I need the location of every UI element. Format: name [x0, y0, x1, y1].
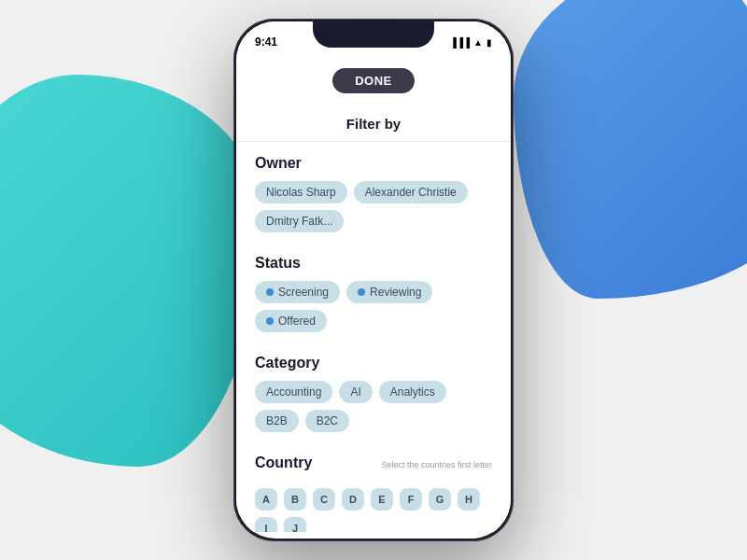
owner-label: Owner: [255, 155, 492, 172]
teal-blob: [0, 75, 261, 467]
category-tag-b2b[interactable]: B2B: [255, 410, 299, 432]
country-letters: A B C D E F G H I J: [255, 488, 492, 532]
status-tags: Screening Reviewing Offered: [255, 281, 492, 332]
dot-reviewing: [358, 288, 365, 296]
blue-blob: [514, 0, 747, 299]
letter-b[interactable]: B: [284, 488, 306, 511]
phone-frame: 9:41 ▐▐▐ ▲ ▮ DONE Filter by Owner Nicola…: [233, 19, 514, 541]
notch: [313, 21, 434, 48]
status-label: Status: [255, 255, 492, 272]
status-tag-reviewing[interactable]: Reviewing: [346, 281, 432, 303]
status-bar: 9:41 ▐▐▐ ▲ ▮: [236, 21, 511, 63]
owner-section: Owner Nicolas Sharp Alexander Christie D…: [236, 142, 511, 232]
dot-screening: [266, 288, 274, 296]
category-tag-accounting[interactable]: Accounting: [255, 381, 332, 403]
filter-sheet: Filter by Owner Nicolas Sharp Alexander …: [236, 103, 511, 532]
status-icons: ▐▐▐ ▲ ▮: [450, 37, 492, 48]
category-label: Category: [255, 355, 492, 371]
dot-offered: [266, 317, 274, 325]
status-section: Status Screening Reviewing Offered: [236, 242, 511, 332]
status-tag-offered[interactable]: Offered: [255, 310, 327, 332]
country-section: Country Select the countries first lette…: [236, 441, 511, 532]
status-time: 9:41: [255, 35, 277, 49]
done-bar: DONE: [236, 63, 511, 103]
filter-title: Filter by: [236, 103, 511, 142]
country-label: Country: [255, 455, 312, 471]
category-tag-ai[interactable]: AI: [339, 381, 372, 403]
signal-icon: ▐▐▐: [450, 37, 470, 48]
wifi-icon: ▲: [473, 37, 483, 48]
category-tag-analytics[interactable]: Analytics: [379, 381, 446, 403]
letter-h[interactable]: H: [458, 488, 480, 511]
letter-e[interactable]: E: [371, 488, 393, 511]
letter-f[interactable]: F: [400, 488, 422, 511]
owner-tag-alexander[interactable]: Alexander Christie: [354, 181, 468, 203]
phone-screen: 9:41 ▐▐▐ ▲ ▮ DONE Filter by Owner Nicola…: [236, 21, 511, 539]
letter-a[interactable]: A: [255, 488, 277, 511]
status-tag-screening[interactable]: Screening: [255, 281, 340, 303]
letter-d[interactable]: D: [342, 488, 364, 511]
letter-j[interactable]: J: [284, 517, 306, 532]
country-hint: Select the countries first letter: [381, 460, 492, 469]
owner-tag-dmitry[interactable]: Dmitry Fatk...: [255, 210, 344, 232]
letter-i[interactable]: I: [255, 517, 277, 532]
battery-icon: ▮: [486, 37, 492, 48]
owner-tags: Nicolas Sharp Alexander Christie Dmitry …: [255, 181, 492, 232]
letter-g[interactable]: G: [429, 488, 451, 511]
category-tag-b2c[interactable]: B2C: [305, 410, 349, 432]
category-section: Category Accounting AI Analytics B2B B2C: [236, 342, 511, 432]
category-tags: Accounting AI Analytics B2B B2C: [255, 381, 492, 432]
done-button[interactable]: DONE: [332, 68, 415, 93]
owner-tag-nicolas[interactable]: Nicolas Sharp: [255, 181, 347, 203]
letter-c[interactable]: C: [313, 488, 335, 511]
